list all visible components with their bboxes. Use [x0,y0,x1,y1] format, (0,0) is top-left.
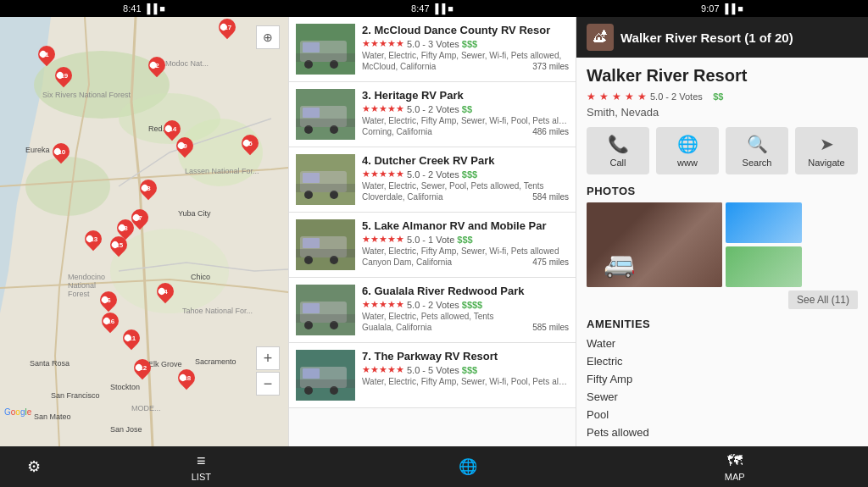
rv-location-2: McCloud, California [362,62,436,71]
svg-rect-32 [296,53,355,62]
google-logo: Google [4,407,31,417]
resort-icon: 🏕 [587,24,614,51]
rv-title-7: 7. The Parkway RV Resort [362,350,569,362]
photo-side [726,202,802,287]
map-marker-14[interactable]: 14 [163,120,181,142]
rv-list-item-5[interactable]: 5. Lake Almanor RV and Mobile Par ★★★★★ … [289,213,576,278]
rv-list-item-4[interactable]: 4. Dutcher Creek RV Park ★★★★★ 5.0 - 2 V… [289,147,576,213]
rv-info-2: 2. McCloud Dance County RV Resor ★★★★★ 5… [362,24,569,75]
nav-settings[interactable]: ⚙ [0,446,68,487]
action-btn-call[interactable]: 📞 Call [587,127,649,174]
amenities-section-title: AMENITIES [587,318,858,330]
amenity-fifty-amp: Fifty Amp [587,371,858,387]
rv-rating-4: 5.0 - 2 Votes [407,169,459,180]
action-btn-navigate[interactable]: ➤ Navigate [795,127,858,174]
compass-icon: ⊕ [263,30,273,44]
action-btn-search[interactable]: 🔍 Search [726,127,788,174]
rv-location-row-6: Gualala, California 585 miles [362,323,569,332]
resort-rating: 5.0 - 2 Votes [650,91,703,102]
rv-price-7: $$$ [462,365,477,375]
svg-text:Modoc Nat...: Modoc Nat... [165,59,209,68]
nav-map[interactable]: 🗺 MAP [601,446,868,487]
star-5: ★ [637,91,647,102]
rv-info-6: 6. Gualala River Redwood Park ★★★★★ 5.0 … [362,285,569,335]
amenity-pets-allowed: Pets allowed [587,424,858,440]
svg-text:San Francisco: San Francisco [51,391,100,400]
nav-list[interactable]: ≡ LIST [68,446,335,487]
rv-rating-3: 5.0 - 2 Votes [407,104,459,114]
svg-text:Sacramento: Sacramento [195,357,236,366]
bottom-nav: ⚙ ≡ LIST 🌐 🗺 MAP [0,446,868,487]
see-all-button[interactable]: See All (11) [788,291,858,309]
action-btn-www[interactable]: 🌐 www [656,127,719,174]
svg-rect-47 [303,238,320,248]
rv-stars-2: ★★★★★ 5.0 - 3 Votes $$$ [362,38,569,49]
photo-small-1[interactable] [726,202,802,243]
location-button[interactable]: ⊕ [256,25,280,49]
map-marker-5[interactable]: 5 [241,135,259,157]
map-marker-12[interactable]: 12 [133,359,152,381]
map-marker-11[interactable]: 11 [122,329,141,351]
photo-small-2[interactable] [726,246,802,287]
rv-thumb-4 [296,154,355,205]
amenity-pool: Pool [587,407,858,423]
map-marker-10[interactable]: 10 [52,143,70,165]
rv-price-2: $$$ [462,39,477,49]
rv-info-4: 4. Dutcher Creek RV Park ★★★★★ 5.0 - 2 V… [362,154,569,205]
svg-rect-59 [303,368,320,379]
map-marker-13[interactable]: 13 [84,230,103,252]
rv-thumb-2 [296,24,355,75]
star-4: ★ [625,91,634,102]
rv-location-row-5: Canyon Dam, California 475 miles [362,257,569,267]
rv-location-4: Cloverdale, California [362,192,443,202]
rv-list-item-7[interactable]: 7. The Parkway RV Resort ★★★★★ 5.0 - 5 V… [289,343,576,408]
rv-info-7: 7. The Parkway RV Resort ★★★★★ 5.0 - 5 V… [362,350,569,401]
rv-thumb-3 [296,89,355,140]
zoom-controls: + − [256,346,280,396]
map-marker-2[interactable]: 2 [147,57,166,79]
svg-text:Lassen National For...: Lassen National For... [185,167,259,175]
rv-location-3: Corning, California [362,127,432,136]
map-marker-17[interactable]: 17 [218,19,236,41]
rv-location-row-2: McCloud, California 373 miles [362,62,569,71]
rv-list-item-3[interactable]: 3. Heritage RV Park ★★★★★ 5.0 - 2 Votes … [289,82,576,147]
svg-text:MODE...: MODE... [131,404,161,412]
rv-title-5: 5. Lake Almanor RV and Mobile Par [362,219,569,232]
map-marker-16[interactable]: 16 [101,313,120,335]
rv-rating-2: 5.0 - 3 Votes [407,39,459,49]
map-marker-18[interactable]: 18 [177,369,196,391]
map-marker-4[interactable]: 4 [156,283,175,305]
rv-price-6: $$$$ [462,300,482,310]
rv-rating-7: 5.0 - 5 Votes [407,365,459,375]
rv-miles-2: 373 miles [532,62,569,71]
amenity-sewer: Sewer [587,389,858,405]
globe-icon: 🌐 [459,457,477,476]
zoom-in-button[interactable]: + [256,346,280,370]
rv-location-6: Gualala, California [362,323,431,332]
map-marker-19[interactable]: 19 [54,67,73,89]
search-icon: 🔍 [747,134,768,154]
zoom-out-button[interactable]: − [256,372,280,396]
photos-grid [587,202,858,287]
rv-list-item-6[interactable]: 6. Gualala River Redwood Park ★★★★★ 5.0 … [289,278,576,343]
svg-rect-56 [296,314,355,323]
amenity-electric: Electric [587,353,858,369]
svg-rect-29 [303,42,320,53]
nav-globe[interactable]: 🌐 [335,446,602,487]
map-marker-1[interactable]: 1 [37,46,56,68]
settings-icon: ⚙ [27,457,41,476]
rv-list-item-2[interactable]: 2. McCloud Dance County RV Resor ★★★★★ 5… [289,17,576,82]
photos-section-title: PHOTOS [587,185,858,197]
svg-rect-38 [296,119,355,127]
svg-text:Six Rivers National Forest: Six Rivers National Forest [42,91,131,99]
rv-amenities-3: Water, Electric, Fifty Amp, Sewer, Wi-fi… [362,116,569,125]
map-marker-15[interactable]: 15 [109,236,128,258]
rv-miles-5: 475 miles [532,257,569,267]
rv-rating-5: 5.0 - 1 Vote [407,235,454,245]
rv-amenities-6: Water, Electric, Pets allowed, Tents [362,312,569,321]
detail-body: Walker River Resort ★ ★ ★ ★ ★ 5.0 - 2 Vo… [576,58,868,446]
map-marker-3[interactable]: 3 [139,180,158,202]
map-marker-6[interactable]: 6 [99,291,118,313]
photo-main[interactable] [587,202,722,287]
call-label: Call [610,158,626,168]
